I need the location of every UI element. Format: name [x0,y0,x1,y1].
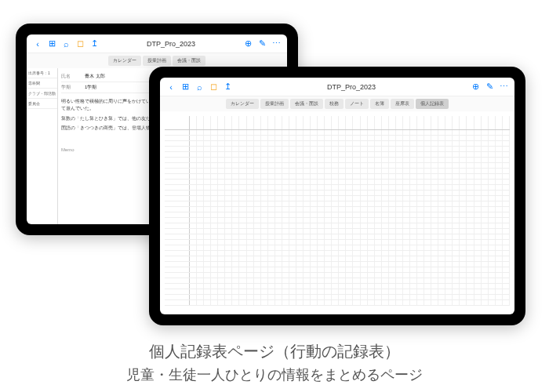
grid-cell[interactable] [197,158,204,162]
grid-cell[interactable] [424,267,431,272]
grid-cell[interactable] [247,185,254,190]
grid-cell[interactable] [325,295,332,299]
grid-cell[interactable] [503,185,510,190]
grid-cell[interactable] [489,207,496,212]
grid-cell[interactable] [282,234,289,239]
grid-cell[interactable] [389,185,396,190]
grid-cell[interactable] [489,147,496,151]
grid-cell[interactable] [282,212,289,217]
grid-cell[interactable] [467,158,474,162]
grid-cell[interactable] [289,212,296,217]
grid-cell[interactable] [396,191,403,195]
grid-cell[interactable] [232,174,239,179]
grid-cell[interactable] [239,262,246,267]
grid-cell[interactable] [396,273,403,278]
grid-cell[interactable] [460,284,467,289]
grid-cell[interactable] [417,207,424,212]
grid-cell[interactable] [339,256,346,261]
grid-cell[interactable] [268,262,275,267]
grid-cell[interactable] [261,262,268,267]
grid-cell[interactable] [268,196,275,201]
grid-cell[interactable] [211,152,218,157]
grid-cell[interactable] [424,163,431,168]
grid-cell[interactable] [482,180,489,184]
grid-cell[interactable] [232,245,239,250]
grid-cell[interactable] [489,251,496,256]
grid-cell[interactable] [304,262,311,267]
grid-cell[interactable] [375,212,382,217]
grid-cell[interactable] [254,136,261,140]
grid-cell[interactable] [410,300,417,305]
grid-cell[interactable] [445,169,453,173]
grid-cell[interactable] [190,223,197,228]
grid-cell[interactable] [289,256,296,261]
grid-cell[interactable] [296,147,304,151]
grid-cell[interactable] [254,223,261,228]
grid-cell[interactable] [460,245,467,250]
grid-cell[interactable] [417,201,424,206]
grid-cell[interactable] [353,289,360,294]
grid-cell[interactable] [268,218,275,223]
grid-cell[interactable] [190,196,197,201]
grid-cell[interactable] [218,245,225,250]
grid-cell[interactable] [353,147,360,151]
grid-cell[interactable] [325,152,332,157]
grid-cell[interactable] [197,191,204,195]
grid-cell[interactable] [304,141,311,146]
grid-cell[interactable] [247,196,254,201]
grid-cell[interactable] [289,300,296,305]
grid-cell[interactable] [467,300,474,305]
grid-cell[interactable] [218,174,225,179]
grid-cell[interactable] [304,229,311,234]
grid-cell[interactable] [410,267,417,272]
grid-cell[interactable] [346,152,353,157]
grid-cell[interactable] [268,229,275,234]
grid-cell[interactable] [261,207,268,212]
grid-cell[interactable] [375,262,382,267]
grid-cell[interactable] [489,169,496,173]
grid-cell[interactable] [410,284,417,289]
grid-cell[interactable] [339,240,346,245]
grid-cell[interactable] [232,201,239,206]
grid-cell[interactable] [261,229,268,234]
grid-cell[interactable] [311,147,318,151]
grid-cell[interactable] [368,207,375,212]
grid-cell[interactable] [474,218,482,223]
grid-cell[interactable] [261,130,268,135]
grid-cell[interactable] [232,136,239,140]
grid-cell[interactable] [410,262,417,267]
grid-cell[interactable] [474,289,482,294]
grid-cell[interactable] [318,136,325,140]
grid-cell[interactable] [361,130,368,135]
grid-cell[interactable] [282,289,289,294]
grid-cell[interactable] [403,278,410,283]
grid-cell[interactable] [467,147,474,151]
grid-cell[interactable] [339,212,346,217]
grid-cell[interactable] [445,191,453,195]
grid-cell[interactable] [211,196,218,201]
grid-cell[interactable] [361,152,368,157]
grid-cell[interactable] [353,158,360,162]
grid-cell[interactable] [460,229,467,234]
grid-cell[interactable] [474,163,482,168]
grid-cell[interactable] [503,130,510,135]
tab-personal-record[interactable]: 個人記録表 [416,99,449,109]
grid-cell[interactable] [496,185,503,190]
grid-cell[interactable] [482,300,489,305]
grid-cell[interactable] [296,130,304,135]
grid-cell[interactable] [438,201,445,206]
grid-cell[interactable] [254,267,261,272]
grid-cell[interactable] [275,295,282,299]
grid-cell[interactable] [296,158,304,162]
grid-cell[interactable] [247,207,254,212]
grid-cell[interactable] [204,245,211,250]
grid-cell[interactable] [503,141,510,146]
grid-cell[interactable] [503,262,510,267]
grid-cell[interactable] [375,289,382,294]
tab-duties[interactable]: 校務 [325,99,344,109]
grid-icon[interactable]: ⊞ [180,82,190,92]
grid-cell[interactable] [339,223,346,228]
grid-cell[interactable] [438,218,445,223]
grid-cell[interactable] [254,278,261,283]
grid-cell[interactable] [431,174,438,179]
